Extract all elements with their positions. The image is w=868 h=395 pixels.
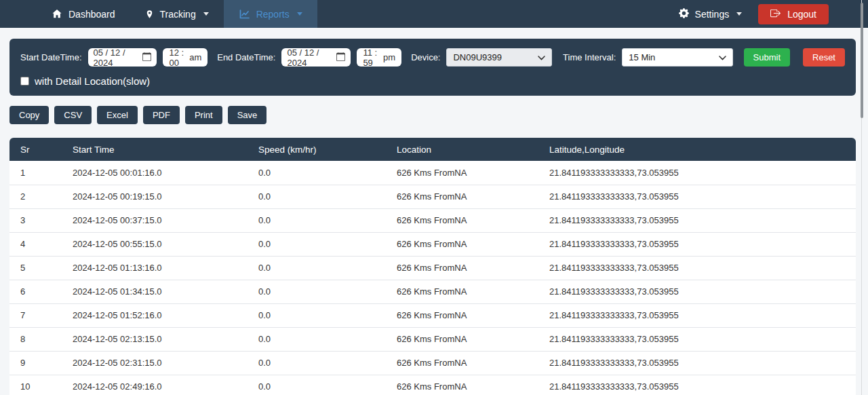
- nav-left-group: Dashboard Tracking Reports: [37, 0, 317, 28]
- table-row: 72024-12-05 01:52:16.00.0626 Kms FromNA2…: [9, 303, 856, 327]
- cell-location: 626 Kms FromNA: [386, 161, 538, 185]
- export-excel-button[interactable]: Excel: [97, 106, 138, 124]
- table-row: 102024-12-05 02:49:16.00.0626 Kms FromNA…: [9, 375, 856, 395]
- calendar-icon[interactable]: [142, 52, 151, 63]
- chevron-down-icon: [719, 52, 726, 62]
- cell-sr: 1: [9, 161, 62, 185]
- filter-row: Start DateTime: 05 / 12 / 2024 12 : 00 a…: [20, 48, 845, 67]
- table-row: 42024-12-05 00:55:15.00.0626 Kms FromNA2…: [9, 232, 856, 256]
- vertical-scrollbar-thumb[interactable]: [861, 3, 863, 118]
- caret-down-icon: [736, 12, 742, 16]
- header-start-time: Start Time: [62, 138, 248, 161]
- map-pin-icon: [145, 9, 154, 20]
- caret-down-icon: [203, 12, 209, 16]
- cell-sr: 2: [9, 185, 62, 208]
- cell-sr: 5: [9, 256, 62, 280]
- nav-item-settings[interactable]: Settings: [672, 8, 749, 20]
- cell-start-time: 2024-12-05 02:49:16.0: [62, 375, 248, 395]
- cell-start-time: 2024-12-05 02:13:15.0: [62, 327, 248, 351]
- start-time-ampm: am: [189, 52, 201, 62]
- report-table: Sr Start Time Speed (km/hr) Location Lat…: [9, 138, 856, 395]
- interval-selected-value: 15 Min: [629, 52, 655, 62]
- cell-latlng: 21.841193333333333,73.053955: [538, 327, 856, 351]
- cell-speed: 0.0: [248, 208, 386, 232]
- cell-start-time: 2024-12-05 00:55:15.0: [62, 232, 248, 256]
- time-interval-select[interactable]: 15 Min: [622, 48, 732, 67]
- top-navbar: Dashboard Tracking Reports Settings: [0, 0, 868, 28]
- nav-label-dashboard: Dashboard: [68, 9, 115, 20]
- start-time-input[interactable]: 12 : 00 am: [163, 48, 208, 67]
- calendar-icon[interactable]: [336, 52, 345, 63]
- cell-location: 626 Kms FromNA: [386, 185, 538, 208]
- cell-speed: 0.0: [248, 327, 386, 351]
- export-copy-button[interactable]: Copy: [9, 106, 49, 124]
- start-date-input[interactable]: 05 / 12 / 2024: [88, 48, 157, 67]
- cell-location: 626 Kms FromNA: [386, 232, 538, 256]
- chevron-down-icon: [538, 52, 545, 62]
- detail-location-checkbox[interactable]: [20, 77, 29, 86]
- cell-sr: 3: [9, 208, 62, 232]
- cell-speed: 0.0: [248, 351, 386, 375]
- cell-start-time: 2024-12-05 00:19:15.0: [62, 185, 248, 208]
- device-label: Device:: [411, 52, 440, 62]
- header-location: Location: [386, 138, 538, 161]
- nav-item-reports[interactable]: Reports: [224, 0, 317, 28]
- cell-start-time: 2024-12-05 01:52:16.0: [62, 303, 248, 327]
- detail-location-label: with Detail Location(slow): [35, 75, 150, 87]
- export-pdf-button[interactable]: PDF: [143, 106, 180, 124]
- time-interval-label: Time Interval:: [563, 52, 616, 62]
- cell-latlng: 21.841193333333333,73.053955: [538, 208, 856, 232]
- reset-button[interactable]: Reset: [803, 48, 845, 67]
- nav-label-settings: Settings: [695, 9, 730, 20]
- device-selected-value: DN09U9399: [453, 52, 502, 62]
- cell-speed: 0.0: [248, 375, 386, 395]
- header-latlng: Latitude,Longitude: [538, 138, 856, 161]
- cell-speed: 0.0: [248, 232, 386, 256]
- caret-down-icon: [297, 12, 302, 16]
- start-datetime-label: Start DateTime:: [20, 52, 82, 62]
- line-chart-icon: [239, 9, 250, 20]
- end-datetime-label: End DateTime:: [217, 52, 275, 62]
- table-row: 52024-12-05 01:13:16.00.0626 Kms FromNA2…: [9, 256, 856, 280]
- logout-button[interactable]: Logout: [758, 4, 829, 24]
- cell-speed: 0.0: [248, 280, 386, 303]
- start-date-value: 05 / 12 / 2024: [94, 48, 143, 68]
- export-save-button[interactable]: Save: [228, 106, 267, 124]
- cell-sr: 7: [9, 303, 62, 327]
- cell-latlng: 21.841193333333333,73.053955: [538, 256, 856, 280]
- logout-label: Logout: [787, 9, 816, 20]
- cell-location: 626 Kms FromNA: [386, 256, 538, 280]
- end-date-input[interactable]: 05 / 12 / 2024: [281, 48, 351, 67]
- logout-icon: [770, 8, 781, 20]
- cell-start-time: 2024-12-05 00:37:15.0: [62, 208, 248, 232]
- home-icon: [52, 9, 62, 19]
- nav-item-tracking[interactable]: Tracking: [130, 0, 224, 28]
- cell-location: 626 Kms FromNA: [386, 303, 538, 327]
- cell-location: 626 Kms FromNA: [386, 208, 538, 232]
- cell-latlng: 21.841193333333333,73.053955: [538, 232, 856, 256]
- cell-location: 626 Kms FromNA: [386, 280, 538, 303]
- cell-latlng: 21.841193333333333,73.053955: [538, 280, 856, 303]
- cell-speed: 0.0: [248, 161, 386, 185]
- export-button-row: Copy CSV Excel PDF Print Save: [9, 106, 859, 124]
- device-select[interactable]: DN09U9399: [446, 48, 552, 67]
- export-csv-button[interactable]: CSV: [54, 106, 92, 124]
- cell-latlng: 21.841193333333333,73.053955: [538, 375, 856, 395]
- header-speed: Speed (km/hr): [248, 138, 386, 161]
- end-time-ampm: pm: [383, 52, 395, 62]
- end-time-value: 11 : 59: [363, 48, 383, 68]
- table-row: 62024-12-05 01:34:15.00.0626 Kms FromNA2…: [9, 280, 856, 303]
- export-print-button[interactable]: Print: [185, 106, 222, 124]
- cell-speed: 0.0: [248, 303, 386, 327]
- report-table-body: 12024-12-05 00:01:16.00.0626 Kms FromNA2…: [9, 161, 856, 395]
- nav-label-reports: Reports: [256, 9, 290, 20]
- end-time-input[interactable]: 11 : 59 pm: [357, 48, 401, 67]
- cell-sr: 10: [9, 375, 62, 395]
- table-row: 92024-12-05 02:31:15.00.0626 Kms FromNA2…: [9, 351, 856, 375]
- cell-location: 626 Kms FromNA: [386, 351, 538, 375]
- cell-latlng: 21.841193333333333,73.053955: [538, 185, 856, 208]
- nav-item-dashboard[interactable]: Dashboard: [37, 0, 130, 28]
- cell-location: 626 Kms FromNA: [386, 375, 538, 395]
- cell-start-time: 2024-12-05 01:13:16.0: [62, 256, 248, 280]
- submit-button[interactable]: Submit: [744, 48, 790, 67]
